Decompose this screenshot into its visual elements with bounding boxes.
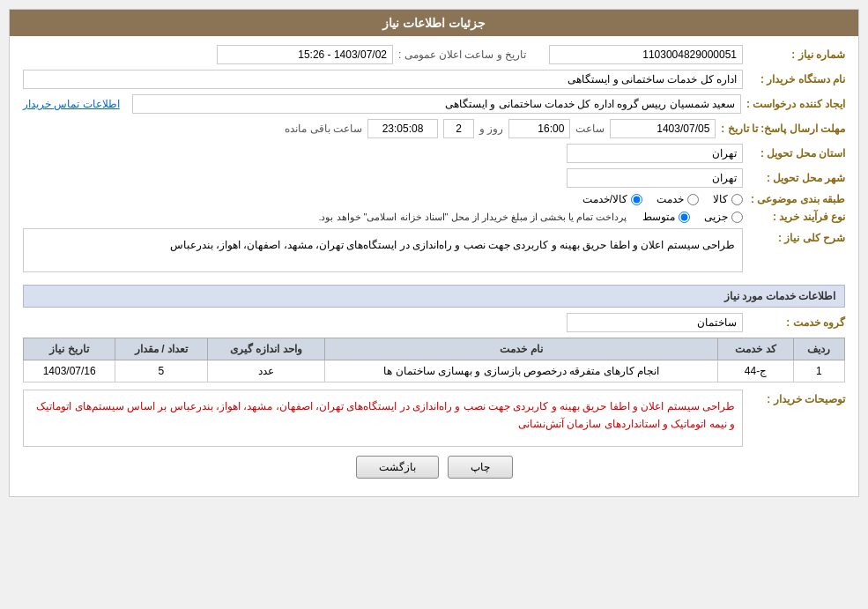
col-radif: رديف xyxy=(793,338,844,360)
ettelaat-tamas-link[interactable]: اطلاعات تماس خريدار xyxy=(23,98,120,110)
buttons-row: چاپ بازگشت xyxy=(23,456,845,487)
baqi-mande-label: ساعت باقی مانده xyxy=(285,123,362,135)
motavasset-radio[interactable] xyxy=(679,212,690,223)
khedmat-radio-label: خدمت xyxy=(657,193,684,205)
col-code: کد خدمت xyxy=(718,338,794,360)
sharh-koli-value: طراحی سيستم اعلان و اطفا حريق بهينه و کا… xyxy=(23,228,743,272)
buyer-notes-value: طراحی سيستم اعلان و اطفا حريق بهينه و کا… xyxy=(23,390,743,447)
section-khadamat-header: اطلاعات خدمات مورد نياز xyxy=(23,285,845,308)
buyer-notes-label: توصيحات خريدار : xyxy=(748,393,845,405)
saat-label: ساعت xyxy=(575,123,605,135)
sharh-koli-label: شرح کلی نياز : xyxy=(748,232,845,244)
table-cell: انجام کارهای متفرقه درخصوص بازسازی و بهس… xyxy=(325,360,718,382)
date-value: 1403/07/05 xyxy=(610,119,716,138)
table-cell: 1 xyxy=(793,360,844,382)
kala-radio[interactable] xyxy=(731,194,743,205)
table-cell: 5 xyxy=(115,360,207,382)
table-cell: عدد xyxy=(207,360,325,382)
kala-khedmat-radio-label: کالا/خدمت xyxy=(582,193,627,205)
kala-radio-label: کالا xyxy=(713,193,728,205)
nam-dastgah-value: اداره کل خدمات ساختمانی و ايستگاهی xyxy=(23,70,743,89)
tarikh-value: 1403/07/02 - 15:26 xyxy=(217,45,393,64)
col-date: تاريخ نياز xyxy=(24,338,115,360)
mohlet-ersal-label: مهلت ارسال پاسخ: تا تاريخ : xyxy=(721,123,845,135)
rooz-value: 2 xyxy=(443,119,474,138)
services-table: رديف کد خدمت نام خدمت واحد اندازه گيری ت… xyxy=(23,338,845,382)
shahr-label: شهر محل تحويل : xyxy=(748,172,845,184)
baqi-mande-value: 23:05:08 xyxy=(367,119,438,138)
print-button[interactable]: چاپ xyxy=(448,456,513,479)
nooe-farayand-label: نوع فرآيند خريد : xyxy=(748,211,845,223)
saat-value: 16:00 xyxy=(508,119,570,138)
col-name: نام خدمت xyxy=(325,338,718,360)
rooz-label: روز و xyxy=(479,123,503,135)
nam-dastgah-label: نام دستگاه خريدار : xyxy=(748,73,845,85)
table-cell: 1403/07/16 xyxy=(24,360,115,382)
table-row: 1ج-44انجام کارهای متفرقه درخصوص بازسازی … xyxy=(24,360,845,382)
motavasset-label: متوسط xyxy=(642,211,675,223)
table-cell: ج-44 xyxy=(718,360,794,382)
note-text: پرداخت تمام يا بخشی از مبلغ خريدار از مح… xyxy=(23,212,627,223)
kala-khedmat-radio[interactable] xyxy=(631,194,642,205)
ostan-label: استان محل تحويل : xyxy=(748,147,845,160)
tarikh-label: تاريخ و ساعت اعلان عمومی : xyxy=(398,48,526,61)
tabaqe-label: طبقه بندی موضوعی : xyxy=(748,193,845,205)
col-unit: واحد اندازه گيری xyxy=(207,338,325,360)
group-khedmat-label: گروه خدمت : xyxy=(748,316,845,329)
jozii-label: جزيی xyxy=(704,211,728,223)
group-khedmat-value: ساختمان xyxy=(567,313,743,332)
ijad-konande-value: سعيد شمسيان رييس گروه اداره کل خدمات ساخ… xyxy=(132,94,741,114)
shahr-value: تهران xyxy=(567,168,743,188)
khedmat-radio[interactable] xyxy=(687,194,699,205)
back-button[interactable]: بازگشت xyxy=(356,456,439,479)
ijad-konande-label: ايجاد کننده درخواست : xyxy=(746,98,845,110)
shomara-niaz-label: شماره نياز : xyxy=(748,48,845,61)
page-title: جزئيات اطلاعات نياز xyxy=(10,10,858,36)
shomara-niaz-value: 1103004829000051 xyxy=(549,45,743,64)
jozii-radio[interactable] xyxy=(731,212,743,223)
col-count: تعداد / مقدار xyxy=(115,338,207,360)
ostan-value: تهران xyxy=(567,144,743,163)
